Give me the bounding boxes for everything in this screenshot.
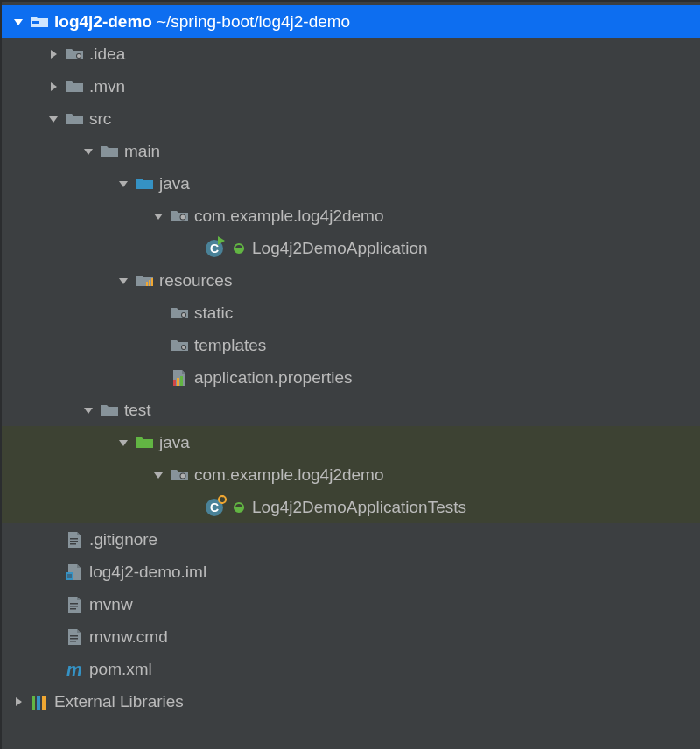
properties-file-icon [170, 368, 189, 388]
tree-node-mvnw-cmd[interactable]: mvnw.cmd [2, 620, 700, 653]
module-folder-icon [30, 12, 49, 32]
chevron-down-icon[interactable] [152, 210, 164, 222]
node-label: java [159, 174, 190, 193]
chevron-down-icon[interactable] [12, 16, 24, 28]
node-label: .idea [89, 45, 125, 64]
chevron-down-icon[interactable] [152, 469, 164, 481]
package-icon [170, 206, 189, 226]
file-icon [65, 530, 84, 550]
tree-node-static[interactable]: static [2, 297, 700, 329]
resources-folder-icon [135, 271, 154, 290]
chevron-right-icon[interactable] [47, 80, 60, 93]
tree-node-package-main[interactable]: com.example.log4j2demo [2, 200, 700, 232]
node-label: com.example.log4j2demo [194, 466, 384, 485]
project-tree: log4j2-demo~/spring-boot/log4j2-demo .id… [2, 2, 700, 718]
folder-icon [170, 304, 189, 323]
spring-bean-icon [229, 498, 248, 517]
folder-icon [170, 336, 189, 355]
tree-node-root[interactable]: log4j2-demo~/spring-boot/log4j2-demo [2, 5, 700, 38]
node-label: main [124, 142, 160, 161]
node-label: src [89, 109, 111, 129]
tree-node-app-main[interactable]: Log4j2DemoApplication [2, 232, 700, 264]
chevron-down-icon[interactable] [82, 404, 94, 416]
node-label: Log4j2DemoApplicationTests [252, 498, 466, 517]
tree-node-java-main[interactable]: java [2, 167, 700, 200]
folder-icon [100, 142, 119, 161]
source-folder-icon [135, 174, 154, 193]
chevron-down-icon[interactable] [117, 437, 130, 449]
test-folder-icon [135, 433, 154, 452]
libraries-icon [30, 692, 49, 711]
node-label: log4j2-demo.iml [89, 563, 206, 582]
iml-file-icon [65, 563, 84, 582]
node-label: .gitignore [89, 530, 158, 550]
chevron-down-icon[interactable] [117, 178, 130, 190]
node-label: External Libraries [54, 692, 184, 711]
tree-node-package-test[interactable]: com.example.log4j2demo [2, 458, 700, 491]
java-class-icon [205, 498, 224, 517]
node-label: com.example.log4j2demo [194, 206, 384, 226]
node-label: application.properties [194, 368, 353, 388]
spring-bean-icon [229, 239, 248, 258]
tree-node-resources[interactable]: resources [2, 264, 700, 297]
tree-node-pom[interactable]: pom.xml [2, 653, 700, 685]
folder-icon [65, 109, 84, 129]
tree-node-app-properties[interactable]: application.properties [2, 361, 700, 394]
tree-node-mvnw[interactable]: mvnw [2, 588, 700, 620]
node-label: .mvn [89, 77, 125, 96]
node-label: resources [159, 271, 232, 290]
folder-icon [65, 77, 84, 96]
tree-node-external-libraries[interactable]: External Libraries [2, 685, 700, 718]
tree-node-mvn[interactable]: .mvn [2, 70, 700, 102]
node-label: log4j2-demo~/spring-boot/log4j2-demo [54, 12, 350, 32]
node-label: mvnw.cmd [89, 627, 168, 647]
tree-node-templates[interactable]: templates [2, 329, 700, 361]
tree-node-iml[interactable]: log4j2-demo.iml [2, 556, 700, 588]
node-label: static [194, 304, 233, 323]
file-icon [65, 595, 84, 614]
node-label: java [159, 433, 190, 452]
tree-node-src[interactable]: src [2, 102, 700, 135]
tree-node-test[interactable]: test [2, 394, 700, 426]
node-label: pom.xml [89, 660, 152, 679]
tree-node-app-test[interactable]: Log4j2DemoApplicationTests [2, 491, 700, 523]
tree-node-main[interactable]: main [2, 135, 700, 167]
chevron-right-icon[interactable] [12, 696, 24, 708]
tree-node-gitignore[interactable]: .gitignore [2, 523, 700, 556]
package-icon [170, 466, 189, 485]
node-label: Log4j2DemoApplication [252, 239, 428, 258]
chevron-down-icon[interactable] [82, 145, 94, 158]
node-label: test [124, 401, 151, 420]
folder-icon [65, 45, 84, 64]
java-class-icon [205, 239, 224, 258]
tree-node-idea[interactable]: .idea [2, 38, 700, 70]
chevron-down-icon[interactable] [47, 113, 60, 125]
chevron-down-icon[interactable] [117, 275, 130, 287]
tree-node-java-test[interactable]: java [2, 426, 700, 458]
folder-icon [100, 401, 119, 420]
chevron-right-icon[interactable] [47, 48, 60, 60]
node-label: mvnw [89, 595, 133, 614]
maven-icon [65, 660, 84, 679]
node-label: templates [194, 336, 266, 355]
file-icon [65, 627, 84, 647]
